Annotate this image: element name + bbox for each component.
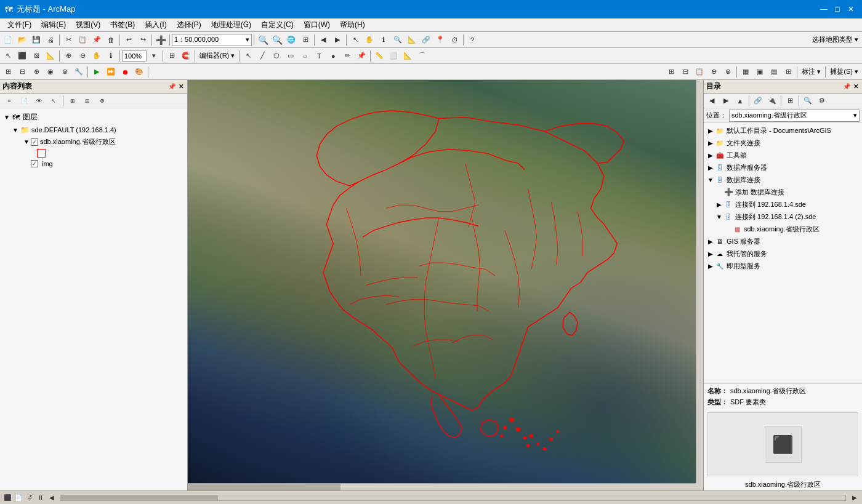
draw-rect[interactable]: ▭ bbox=[284, 49, 297, 63]
menu-window[interactable]: 窗口(W) bbox=[299, 18, 335, 31]
hyperlink-button[interactable]: 🔗 bbox=[419, 33, 433, 47]
find-button[interactable]: 🔍 bbox=[391, 33, 405, 47]
cat-item-folders[interactable]: ▶ 📁 文件夹连接 bbox=[704, 137, 862, 149]
play-fast-btn[interactable]: ⏩ bbox=[104, 65, 118, 79]
extra-right1[interactable]: ⊞ bbox=[664, 65, 678, 79]
cat-expand-folders[interactable]: ▶ bbox=[706, 138, 715, 147]
color-btn[interactable]: 🎨 bbox=[132, 65, 146, 79]
catalog-pin-button[interactable]: 📌 bbox=[842, 83, 852, 90]
cat-back-btn[interactable]: ◀ bbox=[705, 94, 719, 108]
cat-forward-btn[interactable]: ▶ bbox=[719, 94, 733, 108]
catalog-close-button[interactable]: ✕ bbox=[852, 83, 860, 90]
save-button[interactable]: 💾 bbox=[30, 33, 43, 47]
menu-help[interactable]: 帮助(H) bbox=[335, 18, 370, 31]
tool-zoom-out2[interactable]: ⊖ bbox=[76, 49, 89, 63]
add-data-button[interactable]: ➕ bbox=[154, 33, 167, 47]
time-button[interactable]: ⏱ bbox=[448, 33, 461, 47]
toc-options-btn[interactable]: ⚙ bbox=[95, 94, 109, 108]
scale-dropdown[interactable]: 1：50,000,000 ▾ bbox=[172, 34, 252, 46]
map-area[interactable] bbox=[188, 80, 703, 490]
toc-layer2-item[interactable]: img bbox=[0, 159, 187, 169]
cut-button[interactable]: ✂ bbox=[62, 33, 75, 47]
globe-button[interactable]: 🌐 bbox=[284, 33, 298, 47]
capture-dropdown[interactable]: 捕捉(S) ▾ bbox=[828, 67, 861, 76]
cat-item-gisservers[interactable]: ▶ 🖥 GIS 服务器 bbox=[704, 235, 862, 247]
map-horizontal-scrollbar[interactable] bbox=[188, 483, 696, 490]
cat-item-readyservices[interactable]: ▶ 🔧 即用型服务 bbox=[704, 260, 862, 272]
menu-insert[interactable]: 插入(I) bbox=[140, 18, 171, 31]
menu-bookmark[interactable]: 书签(B) bbox=[105, 18, 140, 31]
redo-button[interactable]: ↪ bbox=[136, 33, 150, 47]
extra-right6[interactable]: ▦ bbox=[739, 65, 752, 79]
draw-node[interactable]: ● bbox=[326, 49, 340, 63]
extra-right9[interactable]: ⊞ bbox=[781, 65, 795, 79]
cat-connect-btn[interactable]: 🔗 bbox=[751, 94, 765, 108]
toc-layer1-expand[interactable]: ▼ bbox=[22, 138, 31, 146]
cat-search-btn[interactable]: 🔍 bbox=[801, 94, 815, 108]
identify-button[interactable]: ℹ bbox=[377, 33, 390, 47]
cat-expand-toolbox[interactable]: ▶ bbox=[706, 151, 715, 159]
extra-right8[interactable]: ▤ bbox=[767, 65, 781, 79]
measure-angle[interactable]: 📐 bbox=[401, 49, 414, 63]
draw-freehand[interactable]: ✏ bbox=[340, 49, 354, 63]
editor-dropdown[interactable]: 编辑器(R) ▾ bbox=[197, 51, 237, 60]
cat-view-btn[interactable]: ⊞ bbox=[783, 94, 797, 108]
draw-polygon[interactable]: ⬡ bbox=[270, 49, 283, 63]
draw-line[interactable]: ╱ bbox=[256, 49, 269, 63]
extra-right2[interactable]: ⊟ bbox=[679, 65, 692, 79]
nav-scrollbar[interactable] bbox=[60, 495, 846, 501]
menu-view[interactable]: 视图(V) bbox=[71, 18, 105, 31]
toc-group-item[interactable]: ▼ 📁 sde.DEFAULT (192.168.1.4) bbox=[0, 124, 187, 136]
nav-pause[interactable]: ⏸ bbox=[36, 493, 46, 503]
locate-button[interactable]: 📍 bbox=[433, 33, 447, 47]
cat-item-dbservers[interactable]: ▶ 🗄 数据库服务器 bbox=[704, 161, 862, 174]
nav-back[interactable]: ◀ bbox=[47, 493, 57, 503]
select-tool[interactable]: ↖ bbox=[348, 33, 362, 47]
fullextent-button[interactable]: ⊞ bbox=[299, 33, 312, 47]
tool-select-features[interactable]: ⬛ bbox=[15, 49, 29, 63]
draw-marker[interactable]: 📌 bbox=[355, 49, 368, 63]
menu-select[interactable]: 选择(P) bbox=[172, 18, 206, 31]
extra-btn1[interactable]: ⊞ bbox=[1, 65, 15, 79]
open-button[interactable]: 📂 bbox=[15, 33, 29, 47]
cat-expand-gisservers[interactable]: ▶ bbox=[706, 237, 715, 246]
cat-expand-dbservers[interactable]: ▶ bbox=[706, 163, 715, 172]
draw-circle[interactable]: ○ bbox=[298, 49, 312, 63]
map-vertical-scrollbar[interactable] bbox=[696, 80, 703, 483]
cat-expand-dbconnections[interactable]: ▼ bbox=[706, 175, 715, 184]
new-button[interactable]: 📄 bbox=[1, 33, 15, 47]
cat-item-conn1[interactable]: ▶ 🗄 连接到 192.168.1.4.sde bbox=[704, 198, 862, 210]
toc-vis-btn[interactable]: 👁 bbox=[32, 94, 46, 108]
back-button[interactable]: ◀ bbox=[316, 33, 330, 47]
paste-button[interactable]: 📌 bbox=[90, 33, 103, 47]
cat-item-myservices[interactable]: ▶ ☁ 我托管的服务 bbox=[704, 247, 862, 260]
tool-select-by-location[interactable]: 📐 bbox=[44, 49, 57, 63]
nav-data-view[interactable]: 📄 bbox=[14, 493, 23, 503]
cat-item-toolbox[interactable]: ▶ 🧰 工具箱 bbox=[704, 149, 862, 161]
undo-button[interactable]: ↩ bbox=[122, 33, 135, 47]
delete-button[interactable]: 🗑 bbox=[104, 33, 118, 47]
toc-pin-button[interactable]: 📌 bbox=[167, 83, 177, 90]
forward-button[interactable]: ▶ bbox=[331, 33, 344, 47]
extra-btn5[interactable]: ⊗ bbox=[58, 65, 71, 79]
draw-select[interactable]: ↖ bbox=[241, 49, 255, 63]
extra-btn6[interactable]: 🔧 bbox=[72, 65, 86, 79]
copy-button[interactable]: 📋 bbox=[76, 33, 89, 47]
draw-text[interactable]: T bbox=[312, 49, 326, 63]
zoom-in-button[interactable]: 🔍 bbox=[256, 33, 270, 47]
toc-select-btn[interactable]: ↖ bbox=[47, 94, 60, 108]
cat-item-addconn[interactable]: ▶ ➕ 添加 数据库连接 bbox=[704, 186, 862, 198]
cat-item-workspace[interactable]: ▶ 📁 默认工作目录 - Documents\ArcGIS bbox=[704, 124, 862, 137]
menu-geoprocessing[interactable]: 地理处理(G) bbox=[206, 18, 256, 31]
toc-collapse-btn[interactable]: ⊟ bbox=[81, 94, 94, 108]
cat-options-btn[interactable]: ⚙ bbox=[815, 94, 829, 108]
extra-btn2[interactable]: ⊟ bbox=[15, 65, 29, 79]
toc-layer1-item[interactable]: ▼ sdb.xiaoming.省级行政区 bbox=[0, 136, 187, 148]
cat-up-btn[interactable]: ▲ bbox=[733, 94, 747, 108]
zoom-out-button[interactable]: 🔍 bbox=[270, 33, 284, 47]
minimize-button[interactable]: — bbox=[818, 3, 830, 15]
toc-expand-btn[interactable]: ⊞ bbox=[66, 94, 79, 108]
toc-group-expand[interactable]: ▼ bbox=[11, 126, 20, 134]
annotation-dropdown[interactable]: 标注 ▾ bbox=[799, 67, 823, 76]
measure-curve[interactable]: ⌒ bbox=[415, 49, 429, 63]
